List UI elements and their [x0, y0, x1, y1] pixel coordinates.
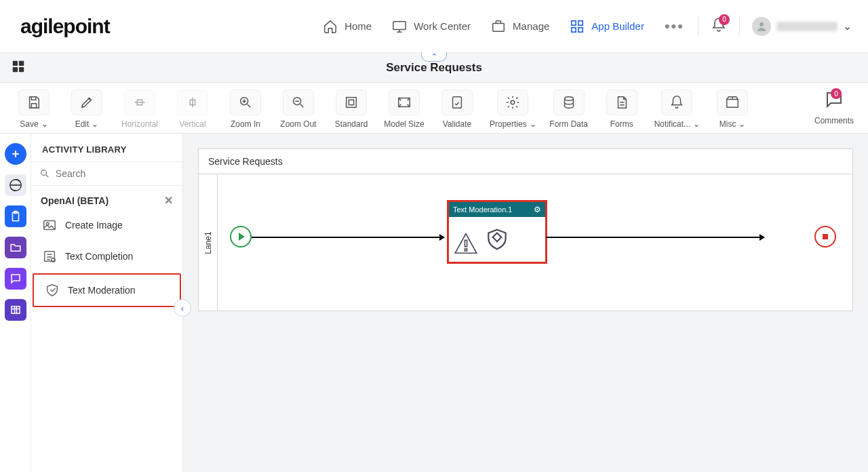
chevron-down-icon: ⌄ [92, 119, 98, 129]
divider [739, 16, 740, 37]
notifications-menu-button[interactable]: Notificat...⌄ [654, 90, 700, 129]
toolbar: Save⌄ Edit⌄ Horizontal Vertical Zoom In … [0, 83, 868, 134]
svg-rect-10 [19, 66, 24, 71]
notifications-button[interactable]: 0 [711, 17, 727, 36]
svg-rect-8 [19, 60, 24, 65]
align-horizontal-button[interactable]: Horizontal [119, 90, 160, 129]
folder-category-button[interactable] [5, 237, 26, 258]
library-section-header[interactable]: OpenAI (BETA) ✕ [31, 186, 182, 210]
svg-rect-3 [578, 20, 583, 24]
avatar [752, 17, 771, 36]
nav-work-center[interactable]: Work Center [392, 19, 471, 34]
svg-rect-16 [453, 97, 462, 108]
task-node-text-moderation[interactable]: Text Moderation.1 ⚙ [447, 200, 547, 264]
connector[interactable] [546, 237, 764, 238]
edit-button[interactable]: Edit⌄ [66, 90, 107, 129]
close-icon[interactable]: ✕ [164, 194, 173, 207]
form-data-button[interactable]: Form Data [549, 90, 589, 129]
chevron-down-icon: ⌄ [693, 119, 700, 129]
svg-point-6 [760, 22, 764, 26]
svg-point-18 [564, 97, 573, 101]
zoom-out-button[interactable]: Zoom Out [278, 90, 319, 129]
nav-more[interactable]: ••• [665, 18, 684, 35]
user-name [776, 22, 837, 31]
table-category-button[interactable] [5, 299, 26, 321]
validate-button[interactable]: Validate [437, 90, 477, 129]
svg-rect-22 [12, 307, 20, 314]
nav-manage[interactable]: Manage [491, 19, 549, 34]
briefcase-icon [491, 19, 506, 34]
canvas-wrap: ‹ Service Requests Lane1 Text Moderation… [183, 134, 868, 472]
logo: agilepoint [20, 15, 110, 38]
nav-app-builder[interactable]: App Builder [570, 19, 644, 34]
align-vertical-button[interactable]: Vertical [172, 90, 213, 129]
connector[interactable] [252, 237, 444, 238]
svg-rect-28 [465, 240, 467, 247]
divider [698, 16, 698, 37]
svg-rect-2 [572, 20, 576, 24]
collapse-panel-button[interactable]: ‹ [174, 299, 191, 317]
process-canvas[interactable]: Service Requests Lane1 Text Moderation.1… [198, 149, 853, 311]
library-title: ACTIVITY LIBRARY [31, 134, 182, 161]
svg-point-23 [41, 170, 47, 176]
left-rail [0, 134, 31, 472]
standard-view-button[interactable]: Standard [331, 90, 372, 129]
save-button[interactable]: Save⌄ [14, 90, 54, 129]
user-menu[interactable]: ⌄ [752, 17, 852, 36]
search-icon [39, 167, 50, 180]
svg-rect-29 [465, 249, 467, 251]
clipboard-category-button[interactable] [5, 205, 26, 227]
svg-rect-1 [493, 23, 505, 31]
swim-lane: Lane1 Text Moderation.1 ⚙ [199, 174, 852, 311]
sub-bar: ⌃ Service Requests [0, 53, 868, 83]
svg-rect-13 [347, 98, 357, 108]
chevron-down-icon: ⌄ [530, 119, 536, 129]
canvas-title: Service Requests [199, 149, 852, 174]
grid-icon [570, 19, 585, 34]
warning-icon [453, 231, 479, 259]
svg-point-17 [511, 100, 515, 104]
svg-rect-9 [13, 66, 18, 71]
start-node[interactable] [230, 226, 252, 248]
gear-icon[interactable]: ⚙ [534, 205, 541, 214]
comments-badge: 0 [831, 88, 842, 99]
monitor-icon [392, 19, 407, 34]
home-icon [323, 19, 338, 34]
comments-button[interactable]: 0 Comments [814, 90, 854, 125]
task-label: Text Moderation.1 [453, 205, 512, 214]
nav-home[interactable]: Home [323, 19, 372, 34]
chevron-down-icon: ⌄ [41, 119, 48, 129]
model-size-button[interactable]: Model Size [384, 90, 425, 129]
page-title: Service Requests [386, 61, 482, 75]
properties-button[interactable]: Properties⌄ [490, 90, 536, 129]
add-button[interactable] [5, 143, 26, 165]
top-nav: agilepoint Home Work Center Manage App B… [0, 0, 868, 53]
chevron-down-icon: ⌄ [738, 119, 745, 129]
apps-grid-icon[interactable] [11, 59, 26, 77]
zoom-in-button[interactable]: Zoom In [225, 90, 266, 129]
notif-badge: 0 [719, 14, 730, 25]
openai-category-button[interactable] [5, 174, 26, 196]
svg-rect-0 [393, 21, 406, 29]
forms-button[interactable]: Forms [601, 90, 642, 129]
library-search[interactable] [31, 161, 182, 186]
lane-body[interactable]: Text Moderation.1 ⚙ [218, 174, 852, 311]
svg-rect-4 [572, 27, 576, 31]
search-input[interactable] [56, 168, 174, 179]
svg-rect-14 [349, 100, 353, 104]
end-node[interactable] [814, 226, 836, 248]
svg-rect-7 [13, 60, 18, 65]
activity-library-panel: ACTIVITY LIBRARY OpenAI (BETA) ✕ Create … [31, 134, 183, 472]
svg-rect-5 [578, 27, 583, 31]
lane-label: Lane1 [199, 174, 218, 311]
work-area: ACTIVITY LIBRARY OpenAI (BETA) ✕ Create … [0, 134, 868, 472]
activity-text-moderation[interactable]: Text Moderation [33, 273, 181, 307]
chevron-down-icon: ⌄ [843, 20, 852, 33]
activity-create-image[interactable]: Create Image [31, 210, 182, 241]
misc-button[interactable]: Misc⌄ [712, 90, 753, 129]
chat-category-button[interactable] [5, 268, 26, 290]
activity-text-completion[interactable]: Text Completion [31, 241, 182, 272]
